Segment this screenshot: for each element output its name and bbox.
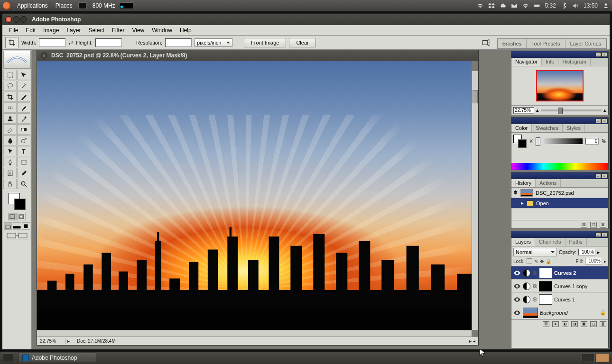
canvas[interactable]: [37, 61, 472, 330]
stamp-tool-icon[interactable]: [3, 113, 17, 124]
notes-tool-icon[interactable]: [3, 168, 17, 178]
tab-brushes[interactable]: Brushes: [498, 39, 527, 48]
panel-minimize-icon[interactable]: –: [595, 173, 601, 178]
visibility-icon[interactable]: [513, 282, 521, 290]
tab-tool-presets[interactable]: Tool Presets: [527, 39, 566, 48]
background-swatch[interactable]: [14, 199, 26, 210]
dodge-tool-icon[interactable]: [17, 135, 30, 146]
screen-full-icon[interactable]: ■: [22, 222, 30, 230]
bluetooth-icon[interactable]: [561, 2, 567, 9]
menu-image[interactable]: Image: [39, 27, 63, 34]
hand-tool-icon[interactable]: [3, 179, 17, 189]
slice-tool-icon[interactable]: [17, 91, 30, 102]
layer-name[interactable]: Background: [540, 310, 568, 316]
dropbox-icon[interactable]: [488, 2, 495, 9]
window-minimize-button[interactable]: [13, 16, 19, 23]
new-snapshot-icon[interactable]: ◻: [590, 222, 597, 228]
visibility-icon[interactable]: [513, 269, 521, 277]
window-close-button[interactable]: [5, 16, 12, 23]
navigator-zoom-field[interactable]: 22.75%: [513, 107, 534, 114]
gradient-tool-icon[interactable]: [17, 124, 30, 135]
visibility-icon[interactable]: [513, 309, 521, 317]
shape-tool-icon[interactable]: [17, 157, 30, 167]
history-snapshot-row[interactable]: ✽ DSC_20752.psd: [511, 188, 608, 198]
standard-mode-icon[interactable]: [8, 213, 17, 220]
screen-full-menubar-icon[interactable]: ▬: [13, 222, 21, 230]
menu-filter[interactable]: Filter: [108, 27, 129, 34]
go-to-bridge-icon[interactable]: [479, 37, 492, 48]
visibility-icon[interactable]: [513, 296, 521, 303]
menu-window[interactable]: Window: [148, 27, 176, 34]
link-layers-icon[interactable]: ⛓: [543, 321, 549, 327]
layer-row[interactable]: Background 🔒: [511, 306, 608, 319]
fill-field[interactable]: 100%: [585, 258, 602, 264]
menu-applications[interactable]: Applications: [13, 2, 52, 9]
ubuntu-logo-icon[interactable]: [3, 2, 10, 9]
document-close-icon[interactable]: ×: [41, 52, 47, 59]
panel-minimize-icon[interactable]: –: [595, 52, 601, 57]
tab-swatches[interactable]: Swatches: [532, 124, 563, 132]
tab-histogram[interactable]: Histogram: [558, 58, 590, 66]
quickmask-mode-icon[interactable]: [17, 213, 26, 220]
mail-icon[interactable]: [511, 2, 518, 9]
tab-channels[interactable]: Channels: [535, 238, 565, 246]
wand-tool-icon[interactable]: [17, 81, 30, 91]
tab-info[interactable]: Info: [542, 58, 558, 66]
panel-minimize-icon[interactable]: –: [595, 232, 601, 237]
zoom-field[interactable]: 22.75%: [37, 338, 65, 344]
new-document-from-state-icon[interactable]: ▥: [581, 222, 587, 228]
panel-close-icon[interactable]: ×: [602, 52, 607, 57]
navigator-zoom-slider[interactable]: [541, 109, 602, 111]
panel-close-icon[interactable]: ×: [602, 118, 607, 123]
vertical-scrollbar[interactable]: [472, 71, 478, 330]
lock-transparency-icon[interactable]: [527, 258, 532, 264]
menu-select[interactable]: Select: [84, 27, 108, 34]
lock-position-icon[interactable]: ✥: [540, 259, 544, 264]
layer-name[interactable]: Curves 1 copy: [554, 283, 587, 289]
color-k-value[interactable]: 0: [585, 138, 599, 145]
color-swatches[interactable]: [8, 192, 27, 211]
blur-tool-icon[interactable]: [3, 135, 17, 146]
document-titlebar[interactable]: × DSC_20752.psd @ 22.8% (Curves 2, Layer…: [37, 50, 478, 61]
layer-thumb[interactable]: [523, 308, 538, 318]
link-icon[interactable]: ⛓: [532, 297, 537, 302]
blend-mode-select[interactable]: Normal: [513, 248, 557, 256]
lasso-tool-icon[interactable]: [3, 81, 17, 91]
battery-icon[interactable]: [534, 2, 540, 9]
history-step-row[interactable]: ▸ Open: [511, 198, 608, 209]
eyedropper-tool-icon[interactable]: [17, 168, 30, 178]
imageready-icon[interactable]: [4, 232, 30, 239]
tab-history[interactable]: History: [511, 179, 536, 187]
delete-state-icon[interactable]: 🗑: [600, 222, 606, 228]
menu-edit[interactable]: Edit: [22, 27, 39, 34]
tab-navigator[interactable]: Navigator: [511, 58, 542, 66]
user-icon[interactable]: [603, 2, 609, 9]
width-input[interactable]: [39, 38, 65, 47]
doc-info[interactable]: Doc: 27.1M/28.4M: [71, 338, 116, 344]
volume-icon[interactable]: [572, 2, 579, 9]
color-k-slider[interactable]: [536, 138, 583, 144]
zoom-in-icon[interactable]: ▴: [603, 107, 606, 113]
type-tool-icon[interactable]: T: [17, 146, 30, 156]
horizontal-scrollbar[interactable]: [37, 330, 472, 337]
pen-tool-icon[interactable]: [3, 157, 17, 167]
layer-row[interactable]: ⛓ Curves 1: [511, 293, 608, 306]
panel-minimize-icon[interactable]: –: [595, 118, 601, 123]
history-brush-source-icon[interactable]: ✽: [513, 190, 518, 196]
show-desktop-icon[interactable]: [3, 354, 13, 362]
color-spectrum[interactable]: [511, 163, 608, 170]
tab-styles[interactable]: Styles: [563, 124, 585, 132]
link-icon[interactable]: ⛓: [532, 283, 537, 289]
tool-preset-icon[interactable]: [5, 37, 19, 48]
crop-tool-icon[interactable]: [3, 91, 17, 102]
wifi-icon[interactable]: [477, 2, 483, 9]
menu-view[interactable]: View: [128, 27, 148, 34]
zoom-tool-icon[interactable]: [17, 179, 30, 189]
menu-help[interactable]: Help: [176, 27, 195, 34]
layer-name[interactable]: Curves 2: [554, 270, 576, 276]
window-titlebar[interactable]: Adobe Photoshop: [2, 14, 610, 25]
height-input[interactable]: [95, 38, 122, 47]
taskbar-app-button[interactable]: Adobe Photoshop: [18, 353, 96, 363]
tab-color[interactable]: Color: [511, 124, 532, 132]
panel-close-icon[interactable]: ×: [602, 232, 607, 237]
